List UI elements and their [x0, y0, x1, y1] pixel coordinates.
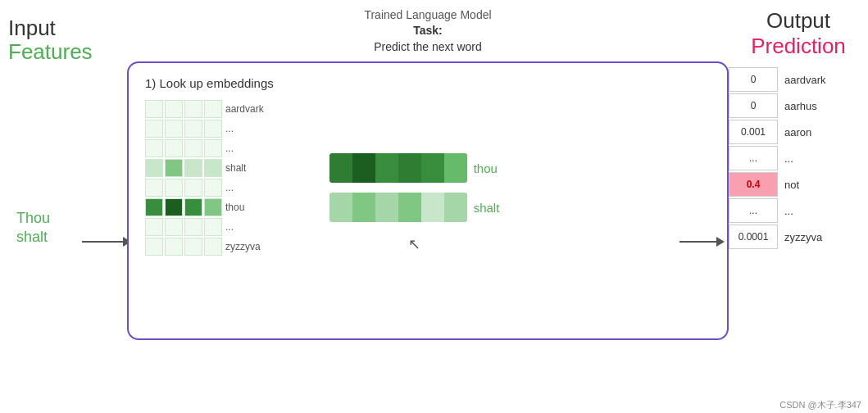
grid-cell [204, 218, 222, 236]
grid-row-1 [145, 100, 222, 118]
output-row: ... ... [729, 146, 868, 170]
vec-seg [375, 153, 398, 183]
task-label: Task: [413, 24, 443, 37]
vec-seg [444, 193, 467, 222]
output-vectors: thou shalt [329, 153, 500, 253]
output-row: ... ... [729, 198, 868, 223]
watermark: CSDN @木子.李347 [779, 399, 861, 411]
vector-label-thou: thou [474, 161, 498, 175]
grid-cell [145, 179, 163, 197]
output-row: 0.0001 zyzzyva [729, 225, 868, 249]
grid-cell [165, 159, 183, 177]
arrow-line-out [679, 241, 716, 243]
vector-label-shalt: shalt [474, 201, 500, 215]
output-row: 0 aarhus [729, 93, 868, 118]
vector-bar-thou [329, 153, 467, 183]
grid-cell [145, 218, 163, 236]
output-cell-label: zyzzyva [778, 231, 822, 243]
output-cell-val: 0.0001 [729, 225, 778, 249]
input-arrow [82, 237, 131, 247]
grid-cell [145, 238, 163, 256]
input-text-line1: Thou [16, 209, 50, 228]
vec-seg [329, 193, 352, 222]
label-dots4: ... [225, 218, 264, 236]
grid-cell [184, 120, 202, 138]
grid-cell [165, 238, 183, 256]
output-cell-val: 0 [729, 67, 778, 92]
diagram-container: Input Features Thou shalt Trained Langua… [0, 0, 868, 413]
embeddings-label: 1) Look up embeddings [145, 76, 711, 90]
output-cell-val: ... [729, 146, 778, 170]
label-zyzzyva: zyzzyva [225, 238, 264, 256]
embedding-grid [145, 100, 222, 257]
grid-cell [184, 139, 202, 157]
grid-row-2 [145, 120, 222, 138]
output-arrow [679, 237, 725, 247]
vector-row-thou: thou [329, 153, 500, 183]
output-section: Output Prediction 0 aardvark 0 aarhus 0.… [729, 8, 868, 251]
grid-row-labels: aardvark ... ... shalt ... thou ... zyzz… [225, 100, 264, 257]
grid-cell [184, 218, 202, 236]
grid-cell [204, 139, 222, 157]
grid-cell [184, 100, 202, 118]
vec-seg [375, 193, 398, 222]
vec-seg [444, 153, 467, 183]
output-table: 0 aardvark 0 aarhus 0.001 aaron ... ... … [729, 67, 868, 249]
label-thou: thou [225, 198, 264, 216]
vec-seg [352, 153, 375, 183]
grid-cell [165, 100, 183, 118]
vec-seg [398, 153, 421, 183]
label-shalt: shalt [225, 159, 264, 177]
embedding-grid-wrapper: aardvark ... ... shalt ... thou ... zyzz… [145, 100, 264, 257]
grid-cell [165, 179, 183, 197]
model-task: Task: Predict the next word [374, 23, 482, 55]
grid-cell [204, 100, 222, 118]
embedding-grid-with-labels: aardvark ... ... shalt ... thou ... zyzz… [145, 100, 264, 257]
vec-seg [352, 193, 375, 222]
vector-row-shalt: shalt [329, 193, 500, 222]
label-dots2: ... [225, 139, 264, 157]
embedding-grid-area: aardvark ... ... shalt ... thou ... zyzz… [145, 100, 711, 257]
model-box: 1) Look up embeddings [127, 61, 729, 340]
vec-seg [398, 193, 421, 222]
input-text-line2: shalt [16, 228, 50, 247]
grid-cell [204, 159, 222, 177]
grid-cell [145, 120, 163, 138]
grid-cell [184, 238, 202, 256]
label-dots3: ... [225, 179, 264, 197]
arrow-line [82, 241, 123, 243]
task-desc: Predict the next word [374, 40, 482, 53]
output-row-highlighted: 0.4 not [729, 172, 868, 197]
input-title: Input [8, 16, 82, 40]
grid-cell [165, 198, 183, 216]
cursor-area: ↖ [329, 235, 500, 253]
output-cell-val: ... [729, 198, 778, 223]
grid-cell [145, 198, 163, 216]
grid-row-8 [145, 238, 222, 256]
grid-cell [165, 139, 183, 157]
grid-row-7 [145, 218, 222, 236]
output-row: 0 aardvark [729, 67, 868, 92]
output-title: Output [729, 8, 868, 34]
grid-cell [184, 179, 202, 197]
grid-cell [145, 159, 163, 177]
output-cell-label-not: not [778, 179, 799, 191]
grid-row-thou [145, 198, 222, 216]
output-row: 0.001 aaron [729, 120, 868, 144]
vector-bar-shalt [329, 193, 467, 222]
model-section: Trained Language Model Task: Predict the… [127, 8, 729, 340]
grid-row-3 [145, 139, 222, 157]
input-subtitle: Features [8, 40, 82, 64]
grid-cell [204, 120, 222, 138]
input-text: Thou shalt [16, 209, 50, 247]
grid-cell [145, 100, 163, 118]
label-aardvark: aardvark [225, 100, 264, 118]
model-title: Trained Language Model [364, 8, 491, 21]
output-subtitle: Prediction [729, 34, 868, 59]
output-cell-label: aardvark [778, 74, 826, 86]
input-section: Input Features [0, 8, 90, 71]
output-cell-val-highlighted: 0.4 [729, 172, 778, 197]
vec-seg [421, 193, 444, 222]
output-cell-val: 0 [729, 93, 778, 118]
vec-seg [421, 153, 444, 183]
